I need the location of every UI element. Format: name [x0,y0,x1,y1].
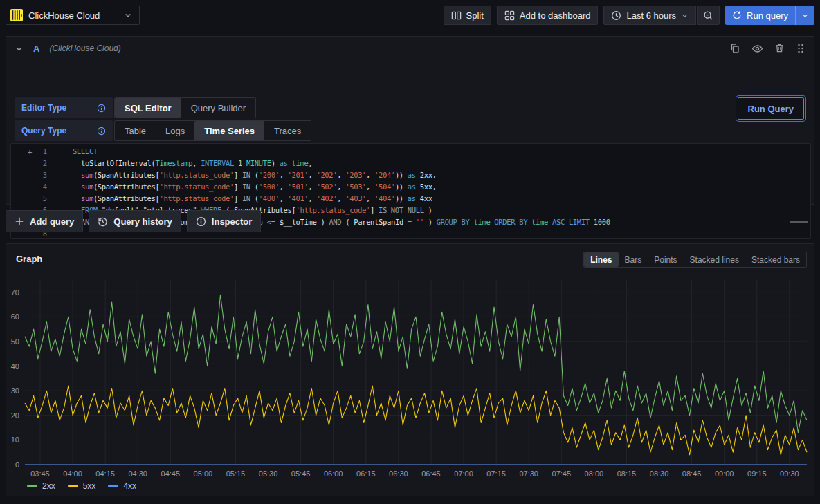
explore-secondary-toolbar: Add query Query history Inspector [6,210,261,232]
query-row-header: A (ClickHouse Cloud) [6,37,814,60]
time-range-label: Last 6 hours [626,10,676,21]
query-type-option-table[interactable]: Table [115,121,156,140]
sync-arrows-icon [732,10,742,20]
line-number: 3 [30,169,47,181]
y-axis-tick-label: 10 [11,436,19,444]
graph-style-option-lines[interactable]: Lines [584,252,618,267]
graph-style-option-bars[interactable]: Bars [619,252,648,267]
x-axis-tick-label: 06:45 [421,469,441,476]
graph-panel: Graph LinesBarsPointsStacked linesStacke… [6,243,814,496]
chart-svg: 01020304050607003:4504:0004:1504:3004:45… [6,269,814,476]
line-number: 4 [30,181,47,193]
x-axis-tick-label: 04:45 [161,469,181,476]
remove-query-trash-icon[interactable] [774,43,785,55]
legend-item-4xx[interactable]: 4xx [108,481,136,491]
time-series-chart[interactable]: 01020304050607003:4504:0004:1504:3004:45… [6,269,814,476]
split-columns-icon [451,10,462,21]
code-line-text: SELECT [73,146,98,158]
x-axis-tick-label: 04:00 [63,469,82,476]
query-type-option-logs[interactable]: Logs [156,121,194,140]
code-line-4[interactable]: 4 sum(SpanAttributes['http.status_code']… [11,181,810,193]
zoom-out-time-button[interactable] [697,6,720,25]
y-axis-tick-label: 70 [11,288,19,297]
x-axis-tick-label: 08:00 [585,469,604,476]
y-axis-tick-label: 40 [11,362,19,371]
x-axis-tick-label: 08:15 [617,469,637,476]
code-line-5[interactable]: 5 sum(SpanAttributes['http.status_code']… [11,193,810,205]
x-axis-tick-label: 07:15 [486,469,506,476]
code-line-2[interactable]: 2 toStartOfInterval(Timestamp, INTERVAL … [11,158,810,169]
x-axis-tick-label: 04:30 [128,469,147,476]
x-axis-tick-label: 08:45 [682,469,702,476]
x-axis-tick-label: 06:30 [389,469,408,476]
add-query-label: Add query [30,216,74,227]
add-to-dashboard-label: Add to dashboard [520,10,591,21]
info-circle-icon [97,127,106,136]
graph-panel-title: Graph [16,254,42,264]
code-line-text: sum(SpanAttributes['http.status_code'] I… [73,181,437,193]
legend-swatch [108,485,118,487]
datasource-label: ClickHouse Cloud [28,10,118,21]
graph-style-option-points[interactable]: Points [648,252,683,267]
legend-label: 4xx [123,481,136,491]
drag-grip-dots-icon[interactable] [796,43,805,55]
add-query-button[interactable]: Add query [6,210,83,232]
query-editor-row: A (ClickHouse Cloud) Editor Type SQL Edi… [6,36,814,205]
run-query-label: Run query [747,10,788,21]
top-toolbar: ClickHouse Cloud Split Add to dashboard … [0,0,820,30]
run-query-split-button[interactable]: Run query [725,6,814,25]
x-axis-tick-label: 09:15 [747,469,767,476]
run-query-caret[interactable] [795,6,814,25]
x-axis-tick-label: 07:45 [552,469,572,476]
plus-icon [15,216,24,226]
y-axis-tick-label: 60 [11,312,19,321]
query-type-option-traces[interactable]: Traces [264,121,311,140]
query-type-segmented: TableLogsTime SeriesTraces [114,120,311,141]
magnifier-minus-icon [703,10,713,21]
x-axis-tick-label: 05:00 [194,469,213,476]
code-line-1[interactable]: +1SELECT [11,146,810,158]
legend-label: 2xx [42,481,55,491]
legend-item-5xx[interactable]: 5xx [68,481,96,491]
inspector-label: Inspector [212,216,253,227]
editor-type-option-query-builder[interactable]: Query Builder [181,98,255,118]
collapse-chevron-icon[interactable] [15,44,24,53]
graph-style-option-stacked-bars[interactable]: Stacked bars [745,252,806,267]
query-history-button[interactable]: Query history [89,210,181,232]
editor-scrollbar[interactable] [790,221,808,223]
run-query-button[interactable]: Run Query [738,97,804,120]
graph-style-option-stacked-lines[interactable]: Stacked lines [684,252,745,267]
add-to-dashboard-button[interactable]: Add to dashboard [497,6,599,25]
toggle-visibility-eye-icon[interactable] [751,43,763,55]
query-type-option-time-series[interactable]: Time Series [194,121,264,140]
query-type-label: Query Type [15,120,113,141]
x-axis-tick-label: 05:15 [226,469,246,476]
editor-type-segmented: SQL EditorQuery Builder [114,97,256,118]
y-axis-tick-label: 0 [15,460,19,469]
datasource-picker[interactable]: ClickHouse Cloud [6,6,140,25]
legend-label: 5xx [83,481,96,491]
clock-icon [611,10,621,21]
y-axis-tick-label: 30 [11,386,19,395]
split-label: Split [466,10,484,21]
inspector-button[interactable]: Inspector [187,210,262,232]
x-axis-tick-label: 08:30 [650,469,669,476]
x-axis-tick-label: 09:00 [715,469,734,476]
code-line-3[interactable]: 3 sum(SpanAttributes['http.status_code']… [11,169,810,181]
editor-type-option-sql-editor[interactable]: SQL Editor [115,98,181,118]
editor-type-label: Editor Type [15,97,113,118]
x-axis-tick-label: 06:00 [324,469,343,476]
legend-item-2xx[interactable]: 2xx [27,481,55,491]
duplicate-query-icon[interactable] [729,43,740,55]
time-range-picker[interactable]: Last 6 hours [603,6,696,25]
clickhouse-logo-icon [10,9,23,21]
x-axis-tick-label: 04:15 [95,469,115,476]
chevron-down-icon [124,11,132,19]
y-axis-tick-label: 50 [11,337,19,346]
code-line-text: sum(SpanAttributes['http.status_code'] I… [73,169,437,181]
line-number: 5 [30,193,47,205]
line-number: 2 [30,158,47,169]
history-clock-icon [98,216,108,227]
split-button[interactable]: Split [444,6,491,25]
info-circle-icon [196,216,206,227]
